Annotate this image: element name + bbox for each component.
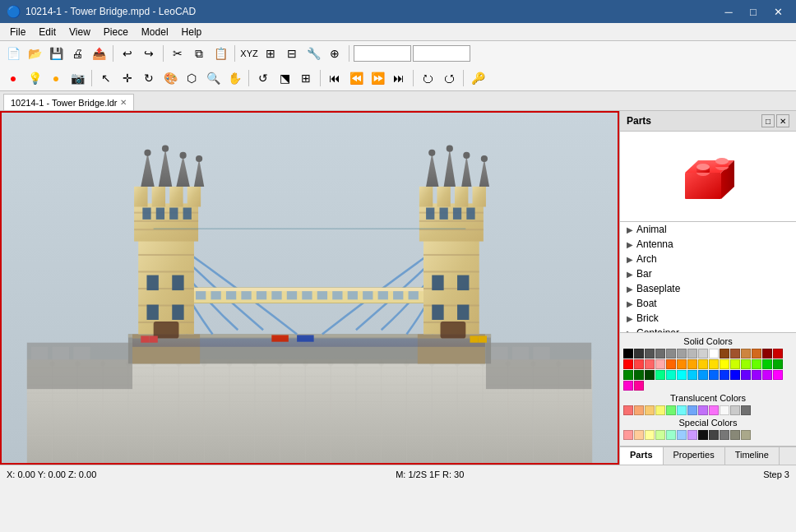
color-swatch[interactable] xyxy=(730,349,740,359)
minimize-button[interactable]: ─ xyxy=(717,3,740,20)
color-swatch[interactable] xyxy=(720,405,729,415)
color-swatch[interactable] xyxy=(666,370,676,380)
color-swatch[interactable] xyxy=(666,359,676,369)
orange-button[interactable]: ● xyxy=(46,68,66,88)
parts-list-item[interactable]: ▶Brick xyxy=(620,311,796,326)
tab-properties[interactable]: Properties xyxy=(664,447,725,465)
color-swatch[interactable] xyxy=(730,430,740,440)
camera-button[interactable]: 📷 xyxy=(67,68,87,88)
restore-button[interactable]: □ xyxy=(742,3,765,20)
color-swatch[interactable] xyxy=(687,430,697,440)
color-swatch[interactable] xyxy=(623,359,633,369)
color-swatch[interactable] xyxy=(623,370,633,380)
step-next-button[interactable]: ⏩ xyxy=(368,68,387,88)
color-swatch[interactable] xyxy=(698,430,708,440)
tab-close-button[interactable]: ✕ xyxy=(120,98,127,107)
color-swatch[interactable] xyxy=(634,349,644,359)
color-swatch[interactable] xyxy=(698,405,708,415)
print-button[interactable]: 🖨 xyxy=(67,44,87,63)
snap-grid-button[interactable]: ⊞ xyxy=(261,44,280,63)
color-swatch[interactable] xyxy=(645,405,655,415)
color-swatch[interactable] xyxy=(655,370,665,380)
menu-item-help[interactable]: Help xyxy=(175,25,209,39)
color-swatch[interactable] xyxy=(730,370,740,380)
parts-list-item[interactable]: ▶Baseplate xyxy=(620,281,796,296)
key-button[interactable]: 🔑 xyxy=(468,68,488,88)
color-swatch[interactable] xyxy=(698,359,708,369)
color-swatch[interactable] xyxy=(773,349,783,359)
color-swatch[interactable] xyxy=(709,349,719,359)
viewport[interactable] xyxy=(0,111,619,465)
export-button[interactable]: 📤 xyxy=(89,44,109,63)
parts-list[interactable]: ▶Animal▶Antenna▶Arch▶Bar▶Baseplate▶Boat▶… xyxy=(620,222,796,333)
color-swatch[interactable] xyxy=(655,405,665,415)
color-swatch[interactable] xyxy=(687,405,697,415)
color-swatch[interactable] xyxy=(773,370,783,380)
pan-button[interactable]: ✋ xyxy=(224,68,244,88)
color-swatch[interactable] xyxy=(741,430,751,440)
color-swatch[interactable] xyxy=(666,430,676,440)
parts-list-item[interactable]: ▶Container xyxy=(620,326,796,333)
color-swatch[interactable] xyxy=(752,349,761,359)
menu-item-file[interactable]: File xyxy=(3,25,32,39)
color-swatch[interactable] xyxy=(762,370,772,380)
color-swatch[interactable] xyxy=(709,370,719,380)
select-mode-button[interactable]: ↖ xyxy=(96,68,116,88)
red-button[interactable]: ● xyxy=(3,68,23,88)
color-swatch[interactable] xyxy=(677,370,687,380)
file-tab[interactable]: 10214-1 - Tower Bridge.ldr ✕ xyxy=(3,94,134,110)
color-swatch[interactable] xyxy=(634,430,644,440)
copy-button[interactable]: ⧉ xyxy=(189,44,209,63)
zoom-button[interactable]: 🔍 xyxy=(203,68,223,88)
view-3d-button[interactable]: ⬔ xyxy=(275,68,294,88)
color-swatch[interactable] xyxy=(645,430,655,440)
color-swatch[interactable] xyxy=(634,405,644,415)
color-swatch[interactable] xyxy=(677,405,687,415)
color-swatch[interactable] xyxy=(730,359,740,369)
parts-list-item[interactable]: ▶Bar xyxy=(620,266,796,281)
search-input-1[interactable] xyxy=(354,45,411,62)
color-swatch[interactable] xyxy=(623,381,633,391)
light-button[interactable]: 💡 xyxy=(25,68,44,88)
rotate-button[interactable]: ↻ xyxy=(139,68,159,88)
paste-button[interactable]: 📋 xyxy=(211,44,230,63)
color-swatch[interactable] xyxy=(741,370,751,380)
tab-timeline[interactable]: Timeline xyxy=(725,447,780,465)
parts-list-item[interactable]: ▶Antenna xyxy=(620,237,796,252)
color-swatch[interactable] xyxy=(655,430,665,440)
step-last-button[interactable]: ⏭ xyxy=(389,68,409,88)
open-button[interactable]: 📂 xyxy=(25,44,44,63)
color-swatch[interactable] xyxy=(720,370,729,380)
color-swatch[interactable] xyxy=(666,349,676,359)
panel-close-button[interactable]: ✕ xyxy=(776,114,789,127)
color-swatch[interactable] xyxy=(720,349,729,359)
paint-button[interactable]: 🎨 xyxy=(160,68,180,88)
color-swatch[interactable] xyxy=(677,349,687,359)
color-swatch[interactable] xyxy=(698,370,708,380)
color-swatch[interactable] xyxy=(645,349,655,359)
color-swatch[interactable] xyxy=(634,381,644,391)
color-swatch[interactable] xyxy=(623,430,633,440)
color-swatch[interactable] xyxy=(634,370,644,380)
color-swatch[interactable] xyxy=(655,359,665,369)
undo-button[interactable]: ↩ xyxy=(118,44,137,63)
anim1-button[interactable]: ⭮ xyxy=(418,68,437,88)
color-swatch[interactable] xyxy=(687,359,697,369)
color-swatch[interactable] xyxy=(720,359,729,369)
menu-item-model[interactable]: Model xyxy=(135,25,175,39)
color-swatch[interactable] xyxy=(645,370,655,380)
color-swatch[interactable] xyxy=(666,405,676,415)
color-swatch[interactable] xyxy=(720,430,729,440)
color-swatch[interactable] xyxy=(645,359,655,369)
erase-button[interactable]: ⬡ xyxy=(182,68,201,88)
color-swatch[interactable] xyxy=(677,430,687,440)
panel-restore-button[interactable]: □ xyxy=(761,114,775,127)
color-swatch[interactable] xyxy=(709,405,719,415)
color-swatch[interactable] xyxy=(773,359,783,369)
color-swatch[interactable] xyxy=(762,349,772,359)
close-button[interactable]: ✕ xyxy=(766,3,789,20)
color-swatch[interactable] xyxy=(752,370,761,380)
color-swatch[interactable] xyxy=(730,405,740,415)
cut-button[interactable]: ✂ xyxy=(168,44,187,63)
color-swatch[interactable] xyxy=(709,430,719,440)
